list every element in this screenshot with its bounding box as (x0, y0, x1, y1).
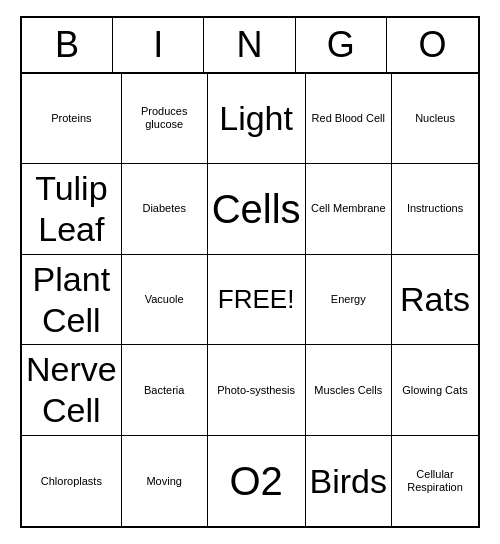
bingo-cell[interactable]: Nerve Cell (22, 345, 122, 436)
header-o: O (387, 18, 478, 72)
bingo-cell[interactable]: Tulip Leaf (22, 164, 122, 255)
bingo-cell[interactable]: FREE! (208, 255, 306, 346)
bingo-cell[interactable]: Photo-systhesis (208, 345, 306, 436)
bingo-cell[interactable]: Rats (392, 255, 478, 346)
bingo-cell[interactable]: Cellular Respiration (392, 436, 478, 527)
bingo-cell[interactable]: Birds (306, 436, 392, 527)
bingo-cell[interactable]: Cells (208, 164, 306, 255)
header-g: G (296, 18, 387, 72)
header-i: I (113, 18, 204, 72)
bingo-cell[interactable]: Produces glucose (122, 74, 208, 165)
bingo-cell[interactable]: Vacuole (122, 255, 208, 346)
bingo-grid: ProteinsProduces glucoseLightRed Blood C… (22, 74, 478, 527)
bingo-cell[interactable]: Diabetes (122, 164, 208, 255)
bingo-header: B I N G O (22, 18, 478, 74)
bingo-cell[interactable]: Red Blood Cell (306, 74, 392, 165)
header-n: N (204, 18, 295, 72)
bingo-cell[interactable]: Glowing Cats (392, 345, 478, 436)
bingo-cell[interactable]: Proteins (22, 74, 122, 165)
bingo-cell[interactable]: Light (208, 74, 306, 165)
bingo-cell[interactable]: Chloroplasts (22, 436, 122, 527)
bingo-cell[interactable]: O2 (208, 436, 306, 527)
header-b: B (22, 18, 113, 72)
bingo-cell[interactable]: Plant Cell (22, 255, 122, 346)
bingo-cell[interactable]: Bacteria (122, 345, 208, 436)
bingo-cell[interactable]: Nucleus (392, 74, 478, 165)
bingo-cell[interactable]: Cell Membrane (306, 164, 392, 255)
bingo-cell[interactable]: Moving (122, 436, 208, 527)
bingo-cell[interactable]: Muscles Cells (306, 345, 392, 436)
bingo-cell[interactable]: Energy (306, 255, 392, 346)
bingo-cell[interactable]: Instructions (392, 164, 478, 255)
bingo-card: B I N G O ProteinsProduces glucoseLightR… (20, 16, 480, 529)
